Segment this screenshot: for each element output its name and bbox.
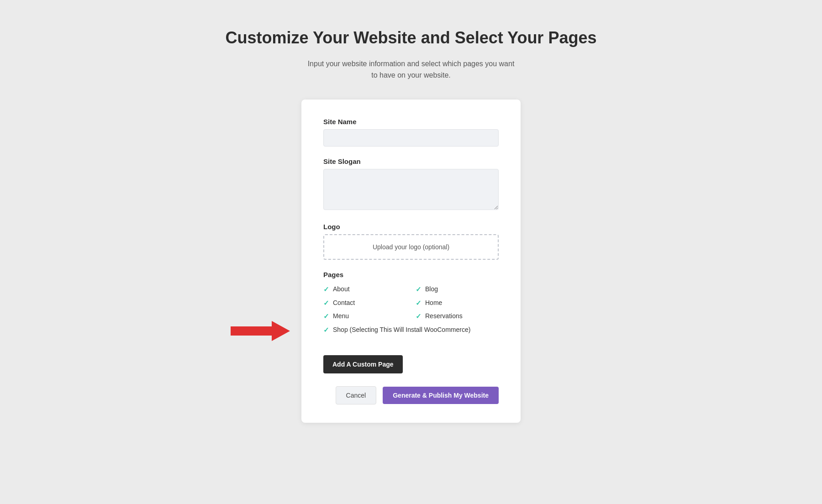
check-icon-reservations: ✓ <box>416 312 422 320</box>
cancel-button[interactable]: Cancel <box>336 386 377 404</box>
check-icon-about: ✓ <box>323 285 329 294</box>
page-item-contact[interactable]: ✓ Contact <box>323 299 406 308</box>
add-custom-page-container: Add A Custom Page <box>323 347 499 386</box>
logo-upload-text: Upload your logo (optional) <box>373 243 449 251</box>
svg-marker-0 <box>231 321 290 341</box>
check-icon-shop: ✓ <box>323 326 329 334</box>
page-item-shop[interactable]: ✓ Shop (Selecting This Will Install WooC… <box>323 326 499 335</box>
form-actions: Cancel Generate & Publish My Website <box>323 386 499 404</box>
pages-section: Pages ✓ About ✓ Blog ✓ Contact <box>323 271 499 334</box>
site-name-group: Site Name <box>323 118 499 147</box>
arrow-annotation <box>231 321 290 343</box>
page-label-blog: Blog <box>425 285 438 294</box>
page-item-blog[interactable]: ✓ Blog <box>416 285 499 294</box>
logo-upload-area[interactable]: Upload your logo (optional) <box>323 234 499 260</box>
pages-label: Pages <box>323 271 499 278</box>
page-label-menu: Menu <box>333 312 349 321</box>
add-custom-page-button[interactable]: Add A Custom Page <box>323 355 403 373</box>
shop-row-container: ✓ Shop (Selecting This Will Install WooC… <box>323 326 499 335</box>
arrow-icon <box>231 321 290 341</box>
page-label-shop: Shop (Selecting This Will Install WooCom… <box>333 326 470 335</box>
logo-group: Logo Upload your logo (optional) <box>323 223 499 260</box>
generate-publish-button[interactable]: Generate & Publish My Website <box>383 387 499 404</box>
page-item-menu[interactable]: ✓ Menu <box>323 312 406 321</box>
page-label-reservations: Reservations <box>425 312 463 321</box>
page-label-about: About <box>333 285 350 294</box>
check-icon-home: ✓ <box>416 299 422 307</box>
site-slogan-label: Site Slogan <box>323 158 499 165</box>
page-title: Customize Your Website and Select Your P… <box>226 27 597 49</box>
logo-label: Logo <box>323 223 499 231</box>
page-label-home: Home <box>425 299 442 308</box>
check-icon-contact: ✓ <box>323 299 329 307</box>
page-item-reservations[interactable]: ✓ Reservations <box>416 312 499 321</box>
page-header: Customize Your Website and Select Your P… <box>226 27 597 81</box>
page-subtitle: Input your website information and selec… <box>306 58 516 81</box>
page-item-about[interactable]: ✓ About <box>323 285 406 294</box>
form-card: Site Name Site Slogan Logo Upload your l… <box>301 100 521 423</box>
check-icon-menu: ✓ <box>323 312 329 320</box>
check-icon-blog: ✓ <box>416 285 422 294</box>
site-slogan-input[interactable] <box>323 169 499 210</box>
site-name-label: Site Name <box>323 118 499 126</box>
page-label-contact: Contact <box>333 299 355 308</box>
pages-grid: ✓ About ✓ Blog ✓ Contact ✓ Home <box>323 285 499 321</box>
page-item-home[interactable]: ✓ Home <box>416 299 499 308</box>
site-name-input[interactable] <box>323 129 499 147</box>
site-slogan-group: Site Slogan <box>323 158 499 212</box>
